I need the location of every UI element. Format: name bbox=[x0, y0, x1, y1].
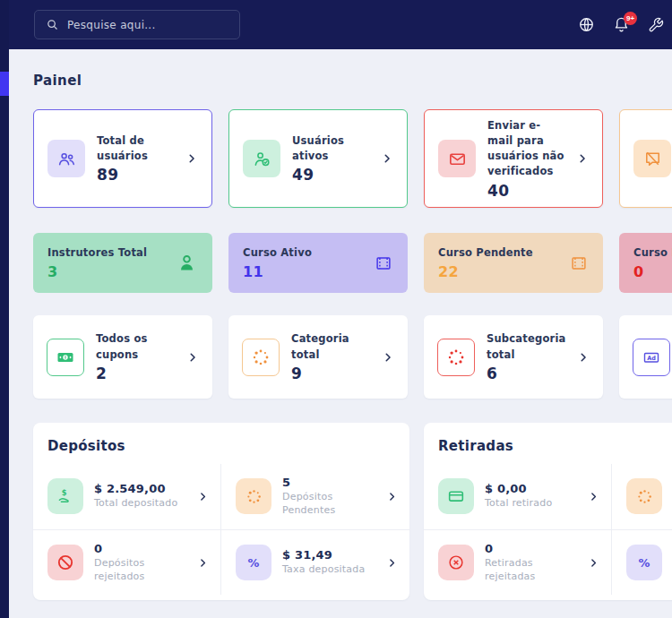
notifications-button[interactable]: 9+ bbox=[612, 16, 630, 34]
search-box[interactable] bbox=[34, 10, 240, 39]
globe-icon bbox=[578, 16, 595, 33]
withdrawal-pending-cell[interactable]: 1 Retiradas Pendentes bbox=[612, 464, 672, 530]
chevron-right-icon[interactable] bbox=[381, 152, 393, 165]
cell-label: Depósitos Pendentes bbox=[282, 491, 375, 518]
stat-label: Usuários ativos bbox=[292, 133, 369, 165]
svg-text:$: $ bbox=[62, 488, 67, 497]
stat-card-active-users[interactable]: Usuários ativos 49 bbox=[228, 109, 408, 208]
stat-label: Enviar e-mail para usuários não verifica… bbox=[487, 118, 564, 180]
card-subcategoria-total[interactable]: Subcategoria total 6 bbox=[424, 315, 603, 399]
language-globe-button[interactable] bbox=[577, 16, 595, 34]
stat-label: Curso Ativo bbox=[243, 245, 312, 261]
cell-label: Taxa depositada bbox=[282, 563, 365, 577]
panel-title: Depósitos bbox=[47, 438, 409, 454]
mail-icon bbox=[438, 140, 476, 177]
chevron-right-icon[interactable] bbox=[588, 491, 599, 502]
search-input[interactable] bbox=[67, 19, 228, 31]
deposit-total-cell[interactable]: $ $ 2.549,00 Total depositado bbox=[33, 464, 221, 530]
stat-value: 89 bbox=[97, 166, 174, 184]
spinner-dots-icon bbox=[437, 339, 475, 376]
main-content: Painel Total de usuários 89 bbox=[9, 49, 672, 618]
stat-card-total-users[interactable]: Total de usuários 89 bbox=[33, 109, 212, 208]
card-curso-ativo: Curso Ativo 11 bbox=[228, 233, 408, 293]
stat-value: 0 bbox=[633, 263, 672, 280]
x-circle-icon bbox=[438, 545, 474, 580]
cell-label: Total depositado bbox=[94, 497, 177, 511]
stat-label: Total de usuários bbox=[97, 133, 174, 165]
cell-value: 0 bbox=[94, 542, 186, 555]
stat-value: 2 bbox=[96, 365, 175, 382]
top-navbar: 9+ bbox=[9, 0, 672, 49]
stat-card-clipped[interactable] bbox=[619, 109, 672, 208]
cell-label: Retiradas rejeitadas bbox=[485, 557, 577, 584]
chevron-right-icon[interactable] bbox=[185, 152, 198, 165]
deposit-rejected-cell[interactable]: 0 Depósitos rejeitados bbox=[33, 530, 221, 596]
spinner-dots-icon bbox=[242, 339, 280, 376]
navbar-actions: 9+ bbox=[577, 16, 665, 34]
withdrawal-rejected-cell[interactable]: 0 Retiradas rejeitadas bbox=[424, 530, 612, 596]
stat-label: Curso Pendente bbox=[438, 245, 533, 261]
withdrawals-panel: Retiradas $ 0,00 Total retirado bbox=[424, 423, 672, 600]
card-cupons[interactable]: Todos os cupons 2 bbox=[33, 315, 212, 399]
film-icon bbox=[374, 253, 393, 273]
cell-label: Depósitos rejeitados bbox=[94, 557, 186, 584]
chevron-right-icon[interactable] bbox=[386, 557, 398, 569]
withdrawals-grid: $ 0,00 Total retirado 1 Ret bbox=[424, 464, 672, 595]
chevron-right-icon[interactable] bbox=[588, 557, 599, 569]
chevron-right-icon[interactable] bbox=[577, 351, 590, 364]
chevron-right-icon[interactable] bbox=[382, 351, 394, 364]
stat-cards-row: Total de usuários 89 Usuários ativos 49 bbox=[33, 109, 672, 208]
withdrawal-fee-cell[interactable]: % $ 0,00 Taxa retirada bbox=[612, 530, 672, 596]
stat-label: Subcategoria total bbox=[487, 331, 565, 363]
svg-text:%: % bbox=[248, 556, 260, 570]
chevron-right-icon[interactable] bbox=[576, 152, 589, 165]
user-check-icon bbox=[243, 140, 280, 177]
cell-label: Total retirado bbox=[485, 497, 552, 511]
deposit-pending-cell[interactable]: 5 Depósitos Pendentes bbox=[221, 464, 409, 530]
stat-value: 49 bbox=[292, 166, 369, 184]
cell-value: $ 31,49 bbox=[282, 548, 365, 562]
stat-card-email-unverified[interactable]: Enviar e-mail para usuários não verifica… bbox=[424, 109, 603, 208]
finance-panels-row: Depósitos $ $ 2.549,00 Total depositado bbox=[33, 423, 672, 600]
card-ads-clipped[interactable]: Ad bbox=[619, 315, 672, 399]
chevron-right-icon[interactable] bbox=[386, 491, 398, 502]
deposit-fee-cell[interactable]: % $ 31,49 Taxa depositada bbox=[221, 530, 409, 596]
panel-title: Retiradas bbox=[438, 438, 672, 454]
stat-label: Instrutores Total bbox=[47, 245, 147, 261]
chat-off-icon bbox=[633, 140, 671, 177]
ad-icon: Ad bbox=[633, 339, 670, 376]
stat-value: 22 bbox=[438, 263, 533, 280]
card-curso-pendente: Curso Pendente 22 bbox=[424, 233, 603, 293]
chevron-right-icon[interactable] bbox=[197, 491, 209, 502]
chevron-right-icon[interactable] bbox=[197, 557, 209, 569]
svg-text:Ad: Ad bbox=[648, 354, 657, 361]
deposits-panel: Depósitos $ $ 2.549,00 Total depositado bbox=[33, 423, 409, 600]
stat-value: 11 bbox=[243, 263, 312, 280]
person-icon bbox=[176, 252, 198, 274]
users-icon bbox=[47, 140, 85, 177]
notification-badge: 9+ bbox=[624, 12, 637, 25]
card-curso-privado: Curso Privado 0 bbox=[619, 233, 672, 293]
film-icon bbox=[569, 253, 589, 273]
wrench-icon bbox=[648, 17, 664, 33]
misc-cards-row: Todos os cupons 2 Categoria total 9 bbox=[33, 315, 672, 399]
cell-value: $ 0,00 bbox=[485, 482, 552, 495]
search-icon bbox=[46, 18, 59, 31]
stat-value: 40 bbox=[487, 182, 564, 200]
sidebar-rail[interactable] bbox=[0, 0, 9, 618]
withdrawal-total-cell[interactable]: $ 0,00 Total retirado bbox=[424, 464, 612, 530]
sidebar-active-indicator[interactable] bbox=[0, 72, 9, 96]
spinner-dots-icon bbox=[236, 478, 271, 514]
dashboard-page: 9+ Painel Total de usuários 89 bbox=[0, 0, 672, 618]
stat-label: Todos os cupons bbox=[96, 331, 175, 363]
summary-cards-row: Instrutores Total 3 Curso Ativo 11 C bbox=[33, 233, 672, 293]
slash-circle-icon bbox=[47, 545, 83, 580]
spinner-dots-icon bbox=[626, 478, 662, 514]
chevron-right-icon[interactable] bbox=[186, 351, 199, 364]
svg-text:%: % bbox=[639, 556, 650, 570]
settings-wrench-button[interactable] bbox=[647, 16, 665, 34]
stat-value: 9 bbox=[291, 365, 370, 382]
hand-coin-icon: $ bbox=[47, 478, 83, 514]
card-categoria-total[interactable]: Categoria total 9 bbox=[228, 315, 408, 399]
deposits-grid: $ $ 2.549,00 Total depositado bbox=[33, 464, 409, 595]
